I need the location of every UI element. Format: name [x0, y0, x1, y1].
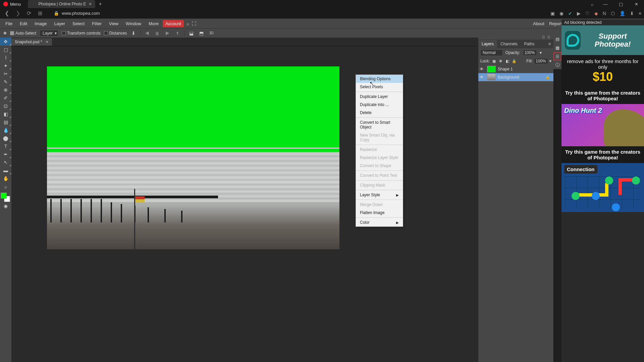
distribute-h-icon[interactable]: ⬓: [188, 30, 195, 37]
transform-controls-checkbox[interactable]: Transform controls: [62, 31, 101, 36]
menu-label: Menu: [10, 2, 21, 7]
ctx-flatten-image[interactable]: Flatten Image: [356, 209, 403, 217]
ctx-convert-to-smart-object[interactable]: Convert to Smart Object: [356, 118, 403, 131]
menu-layer[interactable]: Layer: [51, 20, 69, 28]
info-panel-icon[interactable]: ⓘ: [553, 61, 561, 69]
addr-profile-icon[interactable]: 👤: [620, 11, 625, 16]
tab-paths[interactable]: Paths: [521, 40, 538, 48]
opacity-input[interactable]: 100%: [523, 50, 537, 56]
maximize-button[interactable]: ▢: [613, 0, 629, 8]
collapse-left-icon[interactable]: ⟨⟩: [542, 35, 545, 39]
lock-pixels-icon[interactable]: ▦: [491, 58, 497, 64]
distances-checkbox[interactable]: Distances: [104, 31, 127, 36]
menubar-fullscreen-icon[interactable]: ⛶: [192, 21, 196, 26]
new-tab-button[interactable]: +: [99, 1, 102, 7]
menu-select[interactable]: Select: [69, 20, 88, 28]
layer-row-background[interactable]: 👁 Background 🔒: [478, 73, 553, 81]
move-tool-icon[interactable]: ✥: [3, 31, 7, 36]
canvas-area[interactable]: [11, 46, 478, 362]
fill-input[interactable]: 100%: [534, 58, 548, 64]
support-photopea-ad[interactable]: Support Photopea!: [561, 25, 644, 55]
blend-mode-select[interactable]: Normal: [480, 49, 503, 56]
addr-camera-icon[interactable]: ◉: [559, 11, 564, 16]
layer-dropdown[interactable]: Layer ▾: [40, 30, 58, 37]
visibility-icon[interactable]: 👁: [480, 67, 485, 71]
dino-hunt-ad[interactable]: Dino Hunt 2: [561, 104, 644, 146]
lock-fill-icon[interactable]: ◧: [505, 58, 510, 64]
document-canvas[interactable]: [47, 66, 339, 249]
opacity-dropdown-icon[interactable]: ▾: [540, 50, 542, 55]
addr-download-icon[interactable]: ⬇: [630, 11, 634, 16]
place-icon[interactable]: ⬇: [130, 30, 137, 37]
layer-row-shape1[interactable]: 👁 Shape 1: [478, 65, 553, 73]
addr-easy-icon[interactable]: ≡: [639, 11, 641, 16]
auto-select-checkbox[interactable]: Auto-Select: [10, 31, 36, 36]
menu-file[interactable]: File: [2, 20, 16, 28]
tab-channels[interactable]: Channels: [497, 40, 521, 48]
swatches-panel-icon[interactable]: ▦: [553, 44, 561, 52]
url-field[interactable]: 🔒 www.photopea.com: [54, 11, 100, 16]
ctx-layer-style[interactable]: Layer Style▶: [356, 191, 403, 199]
addr-notion-icon[interactable]: N: [603, 11, 606, 16]
menu-edit[interactable]: Edit: [16, 20, 31, 28]
visibility-icon[interactable]: 👁: [480, 75, 485, 80]
url-text: www.photopea.com: [62, 11, 100, 16]
3d-icon[interactable]: 3D: [208, 30, 215, 37]
ctx-color[interactable]: Color▶: [356, 218, 403, 226]
align-right-icon[interactable]: ⫸: [164, 30, 171, 37]
back-button[interactable]: ❮: [3, 10, 11, 16]
titlebar-search-icon[interactable]: ⌕: [591, 2, 594, 7]
tab-close-icon[interactable]: ✕: [89, 2, 92, 6]
history-panel-icon[interactable]: ▤: [553, 35, 561, 43]
link-about[interactable]: About: [533, 21, 544, 26]
menu-window[interactable]: Window: [122, 20, 145, 28]
lock-all-icon[interactable]: 🔒: [512, 58, 517, 64]
menu-filter[interactable]: Filter: [89, 20, 105, 28]
doc-tab-close-icon[interactable]: ✕: [45, 40, 49, 44]
panel-menu-icon[interactable]: ≡: [546, 42, 553, 46]
ctx-select-pixels[interactable]: Select Pixels: [356, 83, 403, 91]
lock-position-icon[interactable]: ✥: [498, 58, 503, 64]
addr-heart-icon[interactable]: ♡: [585, 11, 590, 16]
remove-ads-text[interactable]: remove ads for three months for only $10: [561, 55, 644, 87]
document-tab[interactable]: Snapshot.psd * ✕: [11, 38, 52, 46]
browser-tab-active[interactable]: Photopea | Online Photo E ✕: [28, 0, 96, 8]
layer-thumbnail[interactable]: [487, 74, 496, 81]
close-button[interactable]: ✕: [629, 0, 644, 8]
addr-ext3-icon[interactable]: ⬡: [611, 11, 615, 16]
menubar-search-icon[interactable]: ⌕: [186, 21, 189, 26]
menu-view[interactable]: View: [106, 20, 122, 28]
menu-more[interactable]: More: [145, 20, 162, 28]
submenu-arrow-icon: ▶: [396, 193, 399, 197]
menu-image[interactable]: Image: [31, 20, 50, 28]
ctx-blending-options[interactable]: Blending Options: [356, 75, 403, 83]
apps-icon[interactable]: ⊞: [36, 10, 44, 16]
align-top-icon[interactable]: ⫯: [174, 30, 181, 37]
ctx-delete[interactable]: Delete: [356, 109, 403, 117]
fill-dropdown-icon[interactable]: ▾: [549, 59, 551, 63]
minimize-button[interactable]: —: [598, 0, 613, 8]
align-left-icon[interactable]: ⫷: [144, 30, 151, 37]
layer-list: 👁 Shape 1 👁 Background 🔒: [478, 65, 553, 362]
collapse-right-icon[interactable]: ⟨⟩: [547, 35, 550, 39]
forward-button[interactable]: ❯: [14, 10, 22, 16]
connection-ad[interactable]: Connection: [561, 163, 644, 212]
addr-cube-icon[interactable]: ▶: [577, 11, 581, 16]
layer-context-menu: Blending OptionsSelect PixelsDuplicate L…: [356, 74, 403, 227]
distribute-v-icon[interactable]: ⬒: [198, 30, 205, 37]
addr-shield-icon[interactable]: ✔: [568, 11, 572, 16]
layer-thumbnail[interactable]: [487, 66, 496, 72]
addr-ext2-icon[interactable]: ◆: [594, 11, 598, 16]
move-tool[interactable]: ✥: [0, 38, 11, 46]
opera-menu-button[interactable]: Menu: [0, 2, 24, 7]
layers-panel-icon[interactable]: ☰: [553, 52, 561, 60]
align-center-icon[interactable]: ⫼: [154, 30, 161, 37]
foreground-color-swatch[interactable]: [1, 193, 7, 199]
addr-ext1-icon[interactable]: ▣: [550, 11, 555, 16]
ctx-duplicate-layer[interactable]: Duplicate Layer: [356, 93, 403, 101]
reload-button[interactable]: ⟳: [25, 10, 33, 16]
menu-account[interactable]: Account: [163, 20, 184, 27]
tab-layers[interactable]: Layers: [478, 40, 497, 48]
ctx-duplicate-into-[interactable]: Duplicate into ...: [356, 101, 403, 109]
photopea-logo-icon: [565, 31, 581, 50]
